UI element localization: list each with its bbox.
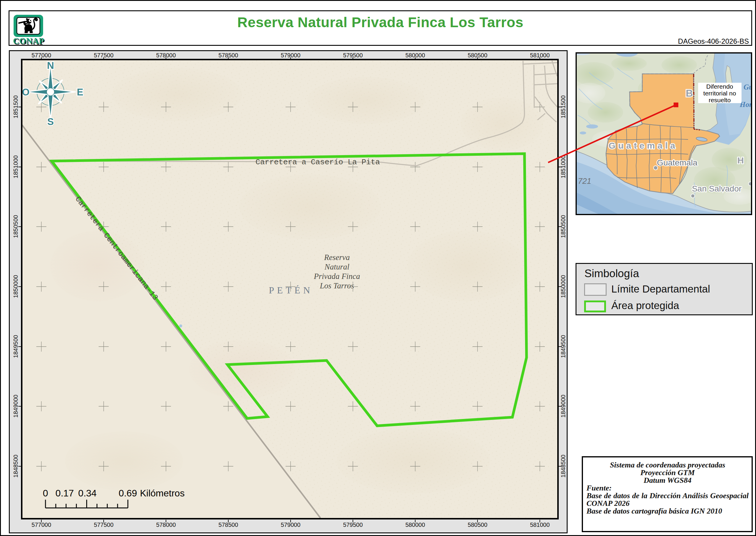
svg-text:N: N [47,61,54,71]
svg-text:S: S [47,116,54,127]
svg-text:0.34: 0.34 [78,488,97,498]
svg-text:Guatemala: Guatemala [609,141,678,151]
svg-text:0.69: 0.69 [119,488,137,498]
svg-text:721: 721 [578,177,591,185]
svg-text:PETÉN: PETÉN [269,285,313,295]
svg-text:Carretera a Caserío La Pita: Carretera a Caserío La Pita [255,158,380,167]
svg-text:Reserva: Reserva [324,253,350,262]
svg-text:0: 0 [43,488,48,498]
svg-text:O: O [22,86,30,97]
svg-text:Guatemala: Guatemala [657,158,698,167]
svg-text:Privada Finca: Privada Finca [314,272,360,281]
svg-text:Diferendo: Diferendo [706,83,733,90]
svg-text:San Salvador: San Salvador [692,184,741,193]
svg-text:Natural: Natural [324,262,349,271]
svg-text:Gu: Gu [743,83,751,91]
svg-text:Kilómetros: Kilómetros [140,488,185,498]
svg-text:resuelto: resuelto [709,97,731,103]
svg-text:B: B [686,87,695,99]
svg-text:0.17: 0.17 [55,488,74,498]
svg-text:H o: H o [738,155,751,165]
svg-text:CONAP: CONAP [13,36,44,46]
svg-text:E: E [77,86,83,97]
svg-text:Los Tarros: Los Tarros [320,281,354,290]
svg-text:territorial no: territorial no [704,90,736,97]
